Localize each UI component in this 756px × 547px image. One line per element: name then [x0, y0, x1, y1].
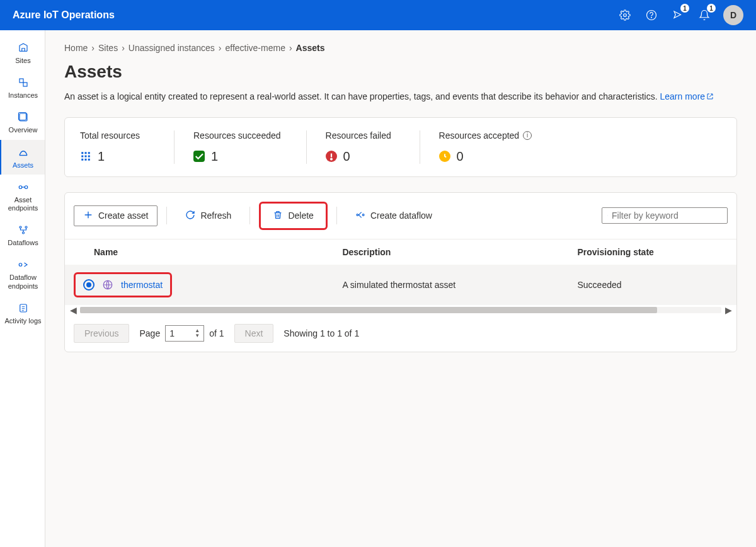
assets-icon: [17, 146, 30, 159]
asset-state: Succeeded: [568, 265, 736, 305]
breadcrumb-unassigned[interactable]: Unassigned instances: [129, 43, 215, 53]
spinner-icon[interactable]: ▲▼: [195, 328, 200, 338]
scroll-right-icon[interactable]: ▶: [724, 306, 733, 314]
row-radio-selected[interactable]: [83, 279, 94, 291]
svg-rect-18: [85, 156, 87, 158]
svg-point-27: [607, 216, 608, 216]
chevron-right-icon: ›: [219, 43, 222, 53]
page-number-input[interactable]: 1 ▲▼: [165, 325, 204, 342]
sidebar-item-label: Sites: [15, 57, 30, 65]
page-title: Assets: [64, 62, 737, 82]
svg-rect-22: [88, 159, 90, 161]
grid-icon: [80, 151, 91, 162]
asset-endpoints-icon: [17, 181, 30, 193]
bell-icon[interactable]: 1: [697, 8, 712, 23]
sidebar-item-instances[interactable]: Instances: [0, 70, 45, 105]
sidebar-item-label: Assets: [13, 161, 33, 170]
svg-point-9: [20, 226, 21, 228]
toolbar-separator: [166, 207, 167, 224]
delete-highlight: Delete: [259, 202, 327, 230]
horizontal-scrollbar[interactable]: ◀ ▶: [65, 305, 736, 315]
search-icon: [607, 210, 608, 221]
svg-point-12: [19, 263, 22, 267]
svg-point-7: [19, 186, 22, 189]
summary-total: Total resources 1: [80, 130, 175, 164]
table-row[interactable]: thermostat A simulated thermostat asset …: [65, 265, 736, 305]
learn-more-link[interactable]: Learn more: [660, 91, 714, 101]
gear-icon[interactable]: [617, 8, 633, 23]
asset-description: A simulated thermostat asset: [333, 265, 568, 305]
sidebar-item-activity-logs[interactable]: Activity logs: [0, 296, 45, 330]
sidebar-item-assets[interactable]: Assets: [0, 140, 45, 175]
summary-succeeded: Resources succeeded 1: [193, 130, 307, 164]
chevron-right-icon: ›: [91, 43, 94, 53]
assets-table: Name Description Provisioning state ther…: [65, 239, 736, 305]
breadcrumb-sites[interactable]: Sites: [98, 43, 118, 53]
col-description[interactable]: Description: [333, 239, 568, 265]
breadcrumb-current: Assets: [296, 43, 325, 53]
sidebar-item-dataflows[interactable]: Dataflows: [0, 217, 45, 252]
breadcrumb-home[interactable]: Home: [64, 43, 88, 53]
create-asset-button[interactable]: Create asset: [74, 205, 158, 226]
scroll-thumb[interactable]: [80, 307, 657, 313]
sidebar-item-sites[interactable]: Sites: [0, 35, 45, 70]
summary-total-label: Total resources: [80, 130, 149, 141]
svg-rect-3: [20, 79, 23, 83]
table-toolbar: Create asset Refresh Delete Cr: [65, 193, 736, 239]
page-input-group: Page 1 ▲▼ of 1: [139, 325, 224, 342]
col-state[interactable]: Provisioning state: [568, 239, 736, 265]
svg-rect-20: [81, 159, 83, 161]
scroll-left-icon[interactable]: ◀: [69, 306, 77, 314]
feedback-icon[interactable]: 1: [670, 8, 685, 23]
help-icon[interactable]: [644, 8, 659, 23]
sidebar-item-label: Instances: [8, 91, 38, 100]
svg-rect-4: [23, 83, 27, 86]
sidebar-item-label: Dataflows: [8, 239, 38, 247]
chevron-right-icon: ›: [122, 43, 125, 53]
sidebar-item-label: Dataflow endpoints: [4, 274, 42, 290]
sidebar: Sites Instances Overview Assets Asset en…: [0, 30, 45, 547]
col-name[interactable]: Name: [65, 239, 333, 265]
svg-rect-19: [88, 156, 90, 158]
feedback-badge: 1: [680, 4, 689, 13]
asset-name-link[interactable]: thermostat: [121, 280, 163, 290]
dataflow-endpoints-icon: [17, 258, 30, 271]
toolbar-separator: [336, 207, 337, 224]
sidebar-item-label: Overview: [9, 126, 38, 134]
previous-button[interactable]: Previous: [74, 324, 129, 343]
scroll-track[interactable]: [80, 307, 721, 313]
svg-point-8: [25, 186, 28, 189]
avatar[interactable]: D: [723, 5, 743, 25]
sidebar-item-asset-endpoints[interactable]: Asset endpoints: [0, 175, 45, 217]
overview-icon: [17, 111, 30, 124]
summary-failed: Resources failed 0: [326, 130, 420, 164]
refresh-button[interactable]: Refresh: [176, 205, 241, 226]
dataflow-icon: [355, 210, 365, 222]
filter-input[interactable]: [612, 210, 722, 221]
next-button[interactable]: Next: [234, 324, 274, 343]
bell-badge: 1: [707, 4, 716, 13]
svg-point-26: [362, 214, 364, 216]
error-icon: [326, 151, 337, 162]
sidebar-item-label: Activity logs: [4, 317, 41, 325]
summary-card: Total resources 1 Resources succeeded 1 …: [64, 117, 737, 177]
sidebar-item-dataflow-endpoints[interactable]: Dataflow endpoints: [0, 252, 45, 295]
refresh-icon: [185, 210, 195, 222]
info-icon[interactable]: i: [523, 131, 532, 140]
breadcrumb-instance[interactable]: effective-meme: [225, 43, 285, 53]
summary-failed-value: 0: [343, 149, 350, 164]
filter-input-wrapper[interactable]: [602, 207, 728, 224]
svg-rect-17: [81, 156, 83, 158]
brand-title: Azure IoT Operations: [13, 9, 617, 21]
svg-rect-15: [85, 152, 87, 154]
create-dataflow-button[interactable]: Create dataflow: [346, 205, 442, 226]
svg-point-10: [25, 226, 27, 228]
row-highlight: thermostat: [74, 272, 172, 297]
svg-point-25: [357, 214, 358, 216]
svg-point-23: [331, 159, 332, 160]
delete-button[interactable]: Delete: [263, 205, 323, 226]
svg-point-2: [651, 17, 652, 18]
clock-icon: [439, 151, 450, 162]
sidebar-item-overview[interactable]: Overview: [0, 105, 45, 139]
pagination: Previous Page 1 ▲▼ of 1 Next Showing 1 t…: [65, 315, 736, 352]
